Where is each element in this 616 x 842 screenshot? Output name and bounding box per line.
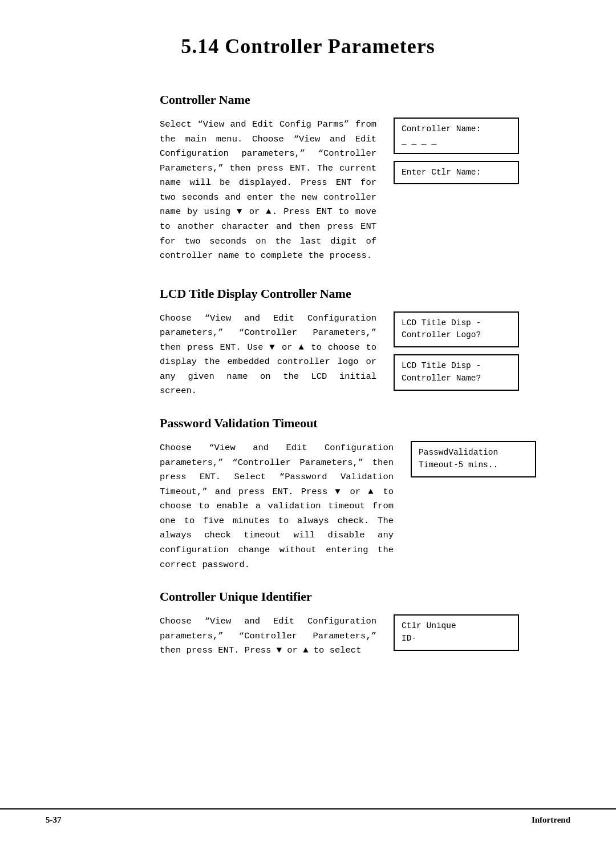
lcd-line: ID-: [402, 633, 511, 645]
page-title: 5.14 Controller Parameters: [46, 34, 570, 58]
lcd-box-controller-name-1: Controller Name: _ _ _ _: [394, 118, 519, 154]
lcd-line: LCD Title Disp -: [402, 317, 511, 330]
page-container: 5.14 Controller Parameters Controller Na…: [0, 0, 616, 842]
lcd-box-lcd-title-2: LCD Title Disp - Controller Name?: [394, 354, 519, 391]
page-footer: 5-37 Infortrend: [0, 808, 616, 825]
heading-controller-unique: Controller Unique Identifier: [160, 589, 570, 604]
footer-brand: Infortrend: [532, 815, 570, 825]
lcd-line: PasswdValidation: [419, 447, 528, 459]
lcd-boxes-password-validation: PasswdValidation Timeout-5 mins..: [411, 441, 536, 572]
section-controller-unique: Controller Unique Identifier Choose “Vie…: [46, 589, 570, 658]
text-lcd-title: Choose “View and Edit Configuration para…: [160, 311, 376, 399]
section-body-controller-unique: Choose “View and Edit Configuration para…: [46, 614, 570, 658]
section-body-controller-name: Select “View and Edit Config Parms” from…: [46, 118, 570, 264]
text-controller-unique: Choose “View and Edit Configuration para…: [160, 614, 376, 658]
text-password-validation: Choose “View and Edit Configuration para…: [160, 441, 394, 572]
heading-controller-name: Controller Name: [160, 92, 570, 107]
lcd-line: Controller Name:: [402, 123, 511, 136]
section-body-lcd-title: Choose “View and Edit Configuration para…: [46, 311, 570, 399]
lcd-line: Controller Logo?: [402, 329, 511, 342]
lcd-box-password-validation-1: PasswdValidation Timeout-5 mins..: [411, 441, 536, 477]
lcd-box-controller-unique-1: Ctlr Unique ID-: [394, 614, 519, 651]
lcd-boxes-controller-name: Controller Name: _ _ _ _ Enter Ctlr Name…: [394, 118, 519, 264]
lcd-box-lcd-title-1: LCD Title Disp - Controller Logo?: [394, 311, 519, 348]
section-lcd-title: LCD Title Display Controller Name Choose…: [46, 286, 570, 399]
text-controller-name: Select “View and Edit Config Parms” from…: [160, 118, 376, 264]
lcd-line: Enter Ctlr Name:: [402, 167, 511, 179]
section-controller-name: Controller Name Select “View and Edit Co…: [46, 92, 570, 264]
heading-password-validation: Password Validation Timeout: [160, 416, 570, 431]
footer-page-number: 5-37: [46, 815, 62, 825]
lcd-line: Timeout-5 mins..: [419, 459, 528, 472]
heading-lcd-title: LCD Title Display Controller Name: [160, 286, 570, 301]
lcd-line: Controller Name?: [402, 373, 511, 385]
lcd-boxes-controller-unique: Ctlr Unique ID-: [394, 614, 519, 658]
lcd-line: Ctlr Unique: [402, 620, 511, 633]
section-body-password-validation: Choose “View and Edit Configuration para…: [46, 441, 570, 572]
lcd-line: _ _ _ _: [402, 136, 511, 148]
lcd-line: LCD Title Disp -: [402, 360, 511, 373]
section-password-validation: Password Validation Timeout Choose “View…: [46, 416, 570, 572]
lcd-box-controller-name-2: Enter Ctlr Name:: [394, 161, 519, 185]
lcd-boxes-lcd-title: LCD Title Disp - Controller Logo? LCD Ti…: [394, 311, 519, 399]
